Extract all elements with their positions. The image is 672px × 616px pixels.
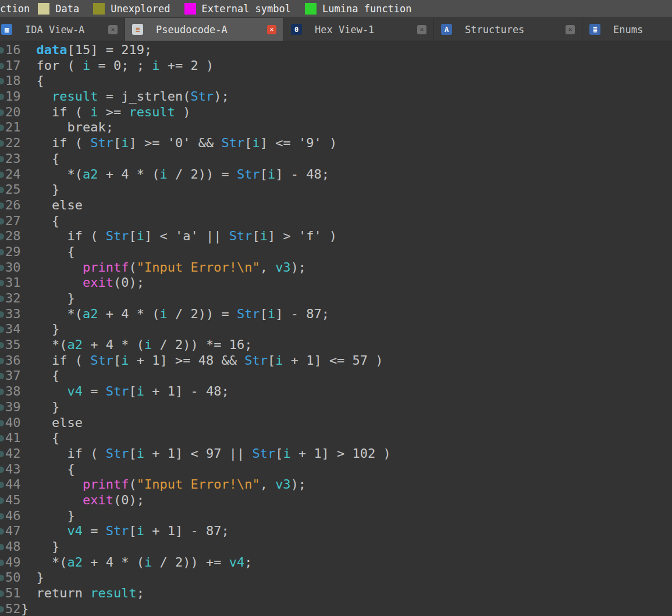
breakpoint-dot[interactable] xyxy=(0,218,4,225)
tab-hex-view-1[interactable]: 0Hex View-1✕ xyxy=(284,18,434,41)
code-line[interactable]: 26 else xyxy=(0,198,672,213)
breakpoint-dot[interactable] xyxy=(0,78,4,84)
enums-icon: ≣ xyxy=(589,24,600,35)
breakpoint-dot[interactable] xyxy=(0,528,4,535)
code-line[interactable]: 51 return result; xyxy=(0,586,672,601)
code-line[interactable]: 42 if ( Str[i + 1] < 97 || Str[i + 1] > … xyxy=(0,446,672,462)
code-line[interactable]: 34 } xyxy=(0,322,672,337)
breakpoint-dot[interactable] xyxy=(0,451,4,457)
code-line[interactable]: 18 { xyxy=(0,73,672,89)
breakpoint-dot[interactable] xyxy=(0,187,4,193)
line-number: 33 xyxy=(5,307,21,322)
breakpoint-dot[interactable] xyxy=(0,575,4,581)
code-line[interactable]: 33 *(a2 + 4 * (i / 2)) = Str[i] - 87; xyxy=(0,307,672,322)
code-line[interactable]: 25 } xyxy=(0,182,672,198)
breakpoint-dot[interactable] xyxy=(0,265,4,271)
breakpoint-dot[interactable] xyxy=(0,590,4,597)
code-line[interactable]: 45 exit(0); xyxy=(0,493,672,508)
breakpoint-dot[interactable] xyxy=(0,156,4,162)
code-line[interactable]: 47 v4 = Str[i + 1] - 87; xyxy=(0,524,672,539)
tab-ida-view-a[interactable]: ▦IDA View-A✕ xyxy=(0,18,125,41)
code-line[interactable]: 19 result = j_strlen(Str); xyxy=(0,89,672,105)
breakpoint-dot[interactable] xyxy=(0,280,4,286)
breakpoint-dot[interactable] xyxy=(0,373,4,379)
code-token: i xyxy=(268,167,275,181)
legend-color-swatch xyxy=(93,3,105,15)
tab-close-button[interactable]: ✕ xyxy=(267,25,276,34)
breakpoint-dot[interactable] xyxy=(0,311,4,318)
code-token: printf xyxy=(83,477,129,492)
code-line[interactable]: 39 } xyxy=(0,400,672,415)
code-line[interactable]: 24 *(a2 + 4 * (i / 2)) = Str[i] - 48; xyxy=(0,167,672,183)
code-line[interactable]: 50 } xyxy=(0,570,672,586)
code-line[interactable]: 30 printf("Input Error!\n", v3); xyxy=(0,260,672,276)
code-token: Str xyxy=(221,136,244,150)
breakpoint-dot[interactable] xyxy=(0,249,4,255)
code-line[interactable]: 52} xyxy=(0,601,672,616)
tab-enums[interactable]: ≣Enums✕ xyxy=(582,18,672,41)
breakpoint-dot[interactable] xyxy=(0,435,4,441)
breakpoint-dot[interactable] xyxy=(0,513,4,519)
code-token: } xyxy=(21,539,59,554)
tab-pseudocode-a[interactable]: ≡Pseudocode-A✕ xyxy=(125,18,284,41)
breakpoint-dot[interactable] xyxy=(0,606,4,613)
code-text: return result; xyxy=(21,586,144,600)
breakpoint-dot[interactable] xyxy=(0,202,4,209)
breakpoint-dot[interactable] xyxy=(0,233,4,240)
code-line[interactable]: 41 { xyxy=(0,430,672,446)
tab-close-button[interactable]: ✕ xyxy=(417,25,426,34)
code-line[interactable]: 40 else xyxy=(0,415,672,431)
code-line[interactable]: 28 if ( Str[i] < 'a' || Str[i] > 'f' ) xyxy=(0,229,672,244)
code-token: *( xyxy=(21,337,67,352)
line-number: 38 xyxy=(5,384,21,400)
code-token: Str xyxy=(90,136,113,150)
code-line[interactable]: 43 { xyxy=(0,462,672,478)
breakpoint-dot[interactable] xyxy=(0,544,4,550)
breakpoint-dot[interactable] xyxy=(0,342,4,348)
breakpoint-dot[interactable] xyxy=(0,109,4,116)
tab-structures[interactable]: AStructures✕ xyxy=(434,18,582,41)
breakpoint-dot[interactable] xyxy=(0,404,4,411)
breakpoint-dot[interactable] xyxy=(0,63,4,69)
code-line[interactable]: 21 break; xyxy=(0,120,672,136)
code-line[interactable]: 27 { xyxy=(0,213,672,229)
code-line[interactable]: 44 printf("Input Error!\n", v3); xyxy=(0,477,672,493)
breakpoint-dot[interactable] xyxy=(0,560,4,566)
breakpoint-dot[interactable] xyxy=(0,389,4,395)
breakpoint-dot[interactable] xyxy=(0,295,4,302)
code-token: i xyxy=(159,167,167,181)
code-line[interactable]: 49 *(a2 + 4 * (i / 2)) += v4; xyxy=(0,555,672,571)
breakpoint-dot[interactable] xyxy=(0,467,4,473)
code-text: *(a2 + 4 * (i / 2)) = Str[i] - 87; xyxy=(21,307,329,321)
code-line[interactable]: 48 } xyxy=(0,539,672,555)
code-line[interactable]: 37 { xyxy=(0,368,672,384)
code-line[interactable]: 22 if ( Str[i] >= '0' && Str[i] <= '9' ) xyxy=(0,136,672,151)
code-line[interactable]: 20 if ( i >= result ) xyxy=(0,105,672,120)
tab-close-button[interactable]: ✕ xyxy=(108,25,118,34)
breakpoint-dot[interactable] xyxy=(0,326,4,333)
code-line[interactable]: 29 { xyxy=(0,244,672,260)
code-line[interactable]: 31 exit(0); xyxy=(0,275,672,291)
code-line[interactable]: 35 *(a2 + 4 * (i / 2)) *= 16; xyxy=(0,337,672,353)
code-line[interactable]: 23 { xyxy=(0,151,672,167)
breakpoint-dot[interactable] xyxy=(0,94,4,100)
code-line[interactable]: 32 } xyxy=(0,291,672,307)
code-line[interactable]: 46 } xyxy=(0,508,672,524)
code-token xyxy=(21,42,37,57)
breakpoint-dot[interactable] xyxy=(0,482,4,488)
breakpoint-dot[interactable] xyxy=(0,358,4,364)
code-token: v4 xyxy=(229,555,245,569)
code-line[interactable]: 38 v4 = Str[i + 1] - 48; xyxy=(0,384,672,400)
code-token: + 1] <= 57 ) xyxy=(283,353,383,368)
breakpoint-dot[interactable] xyxy=(0,172,4,178)
breakpoint-dot[interactable] xyxy=(0,497,4,504)
breakpoint-dot[interactable] xyxy=(0,140,4,147)
tab-close-button[interactable]: ✕ xyxy=(566,25,575,34)
code-line[interactable]: 17 for ( i = 0; ; i += 2 ) xyxy=(0,58,672,74)
code-line[interactable]: 36 if ( Str[i + 1] >= 48 && Str[i + 1] <… xyxy=(0,353,672,369)
pseudocode-view[interactable]: 16 data[15] = 219;17 for ( i = 0; ; i +=… xyxy=(0,41,672,616)
breakpoint-dot[interactable] xyxy=(0,420,4,426)
breakpoint-dot[interactable] xyxy=(0,47,4,54)
breakpoint-dot[interactable] xyxy=(0,124,4,131)
code-line[interactable]: 16 data[15] = 219; xyxy=(0,42,672,58)
